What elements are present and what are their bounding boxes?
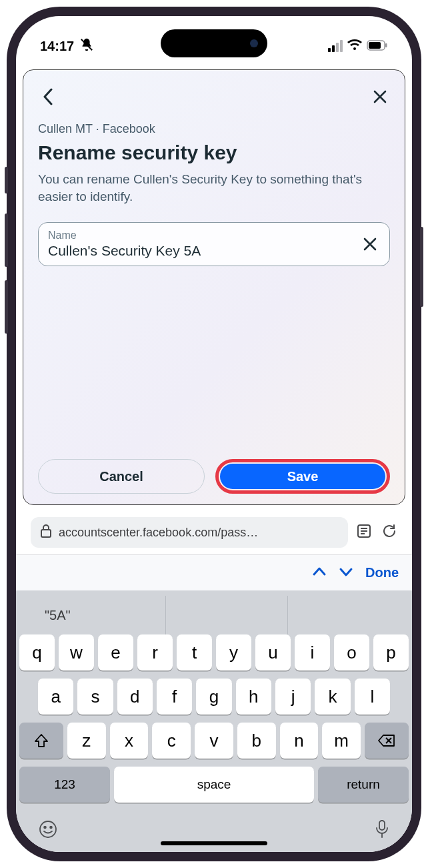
space-key[interactable]: space bbox=[114, 767, 314, 803]
svg-point-16 bbox=[44, 827, 46, 829]
key-d[interactable]: d bbox=[117, 679, 153, 715]
battery-icon bbox=[367, 39, 388, 54]
suggestion-bar: "5A" bbox=[19, 596, 409, 634]
shift-key[interactable] bbox=[19, 723, 63, 759]
name-input-container[interactable]: Name bbox=[38, 222, 390, 266]
back-button[interactable] bbox=[38, 87, 58, 107]
key-v[interactable]: v bbox=[195, 723, 233, 759]
close-button[interactable] bbox=[370, 87, 390, 107]
key-n[interactable]: n bbox=[280, 723, 319, 759]
browser-toolbar: accountscenter.facebook.com/pass… bbox=[23, 513, 405, 552]
home-indicator[interactable] bbox=[161, 841, 267, 845]
keyboard-row-2: a s d f g h j k l bbox=[19, 679, 409, 715]
address-url: accountscenter.facebook.com/pass… bbox=[59, 526, 258, 540]
svg-rect-8 bbox=[41, 530, 51, 537]
svg-rect-2 bbox=[369, 42, 381, 49]
key-l[interactable]: l bbox=[355, 679, 390, 715]
emoji-key[interactable] bbox=[38, 819, 58, 842]
svg-rect-18 bbox=[379, 821, 385, 830]
volume-down bbox=[5, 280, 8, 334]
dynamic-island bbox=[161, 29, 267, 57]
suggestion-2[interactable] bbox=[166, 596, 287, 634]
key-b[interactable]: b bbox=[237, 723, 276, 759]
key-x[interactable]: x bbox=[110, 723, 149, 759]
key-w[interactable]: w bbox=[59, 634, 94, 671]
address-bar[interactable]: accountscenter.facebook.com/pass… bbox=[31, 517, 348, 548]
keyboard: "5A" q w e r t y u i o p a bbox=[16, 590, 412, 852]
save-button-highlight: Save bbox=[215, 459, 390, 494]
clear-input-button[interactable] bbox=[360, 234, 380, 254]
svg-point-15 bbox=[40, 821, 56, 837]
key-c[interactable]: c bbox=[152, 723, 191, 759]
svg-rect-3 bbox=[385, 43, 387, 47]
reader-icon[interactable] bbox=[356, 523, 372, 542]
key-z[interactable]: z bbox=[67, 723, 106, 759]
svg-point-17 bbox=[50, 827, 52, 829]
keyboard-row-4: 123 space return bbox=[19, 767, 409, 803]
key-i[interactable]: i bbox=[295, 634, 330, 671]
page-description: You can rename Cullen's Security Key to … bbox=[38, 171, 390, 205]
key-f[interactable]: f bbox=[157, 679, 192, 715]
name-input-label: Name bbox=[48, 230, 360, 242]
name-input[interactable] bbox=[48, 243, 360, 259]
keyboard-accessory-bar: Done bbox=[16, 554, 412, 590]
phone-frame: 14:17 bbox=[7, 7, 421, 861]
cancel-button[interactable]: Cancel bbox=[38, 459, 205, 494]
prev-field-button[interactable] bbox=[312, 564, 327, 582]
keyboard-row-3: z x c v b n m bbox=[19, 723, 409, 759]
next-field-button[interactable] bbox=[339, 564, 353, 582]
power-button bbox=[420, 227, 423, 307]
key-g[interactable]: g bbox=[196, 679, 231, 715]
key-t[interactable]: t bbox=[177, 634, 212, 671]
key-q[interactable]: q bbox=[19, 634, 55, 671]
suggestion-1[interactable]: "5A" bbox=[19, 596, 166, 634]
wifi-icon bbox=[347, 38, 363, 55]
key-a[interactable]: a bbox=[38, 679, 73, 715]
reload-icon[interactable] bbox=[381, 523, 397, 542]
key-y[interactable]: y bbox=[216, 634, 251, 671]
key-o[interactable]: o bbox=[334, 634, 369, 671]
status-time: 14:17 bbox=[40, 39, 74, 54]
suggestion-3[interactable] bbox=[288, 596, 409, 634]
key-k[interactable]: k bbox=[315, 679, 350, 715]
key-u[interactable]: u bbox=[255, 634, 291, 671]
key-j[interactable]: j bbox=[275, 679, 311, 715]
dictation-key[interactable] bbox=[374, 819, 390, 842]
key-p[interactable]: p bbox=[373, 634, 409, 671]
key-r[interactable]: r bbox=[137, 634, 173, 671]
key-e[interactable]: e bbox=[98, 634, 133, 671]
keyboard-done-button[interactable]: Done bbox=[365, 565, 399, 580]
keyboard-row-1: q w e r t y u i o p bbox=[19, 634, 409, 671]
page-title: Rename security key bbox=[38, 141, 390, 164]
rename-key-dialog: Cullen MT · Facebook Rename security key… bbox=[23, 69, 405, 505]
numeric-key[interactable]: 123 bbox=[19, 767, 110, 803]
backspace-key[interactable] bbox=[365, 723, 409, 759]
silent-switch bbox=[5, 167, 8, 193]
key-h[interactable]: h bbox=[236, 679, 271, 715]
key-m[interactable]: m bbox=[322, 723, 361, 759]
lock-icon bbox=[40, 524, 52, 541]
cell-signal-icon bbox=[328, 40, 343, 52]
volume-up bbox=[5, 213, 8, 267]
key-s[interactable]: s bbox=[77, 679, 113, 715]
save-button[interactable]: Save bbox=[220, 464, 385, 489]
return-key[interactable]: return bbox=[318, 767, 409, 803]
breadcrumb: Cullen MT · Facebook bbox=[38, 122, 390, 136]
silent-icon bbox=[79, 37, 94, 55]
